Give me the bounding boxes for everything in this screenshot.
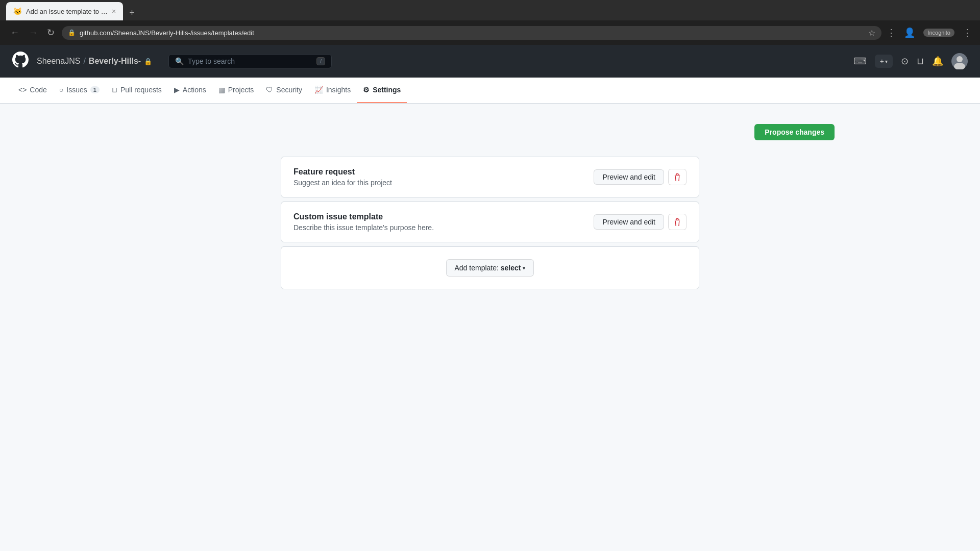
nav-actions[interactable]: ▶ Actions: [168, 78, 212, 103]
extensions-icon[interactable]: ⋮: [887, 27, 896, 38]
nav-pull-requests[interactable]: ⊔ Pull requests: [106, 78, 168, 103]
plus-icon: +: [880, 57, 884, 65]
lock-icon: 🔒: [68, 29, 76, 36]
breadcrumb: SheenaJNS / Beverly-Hills- 🔒: [37, 57, 152, 66]
issues-icon: ○: [59, 86, 63, 94]
address-text: github.com/SheenaJNS/Beverly-Hills-/issu…: [80, 29, 864, 37]
page-content: Propose changes Feature request Suggest …: [0, 104, 980, 461]
browser-chrome: 🐱 Add an issue template to Shee... × + ←…: [0, 0, 980, 45]
feature-request-info: Feature request Suggest an idea for this…: [293, 167, 594, 187]
issues-icon-button[interactable]: ⊙: [901, 56, 909, 67]
nav-issues[interactable]: ○ Issues 1: [53, 78, 106, 103]
profile-icon[interactable]: 👤: [904, 27, 915, 38]
repo-nav: <> Code ○ Issues 1 ⊔ Pull requests ▶ Act…: [0, 78, 980, 104]
search-shortcut-badge: /: [316, 57, 325, 65]
custom-template-title: Custom issue template: [293, 212, 594, 221]
custom-template-delete-button[interactable]: [668, 214, 687, 230]
trash-icon-2: [674, 218, 681, 226]
actions-icon: ▶: [174, 86, 180, 94]
trash-icon: [674, 173, 681, 181]
svg-point-1: [954, 63, 965, 69]
breadcrumb-separator: /: [83, 57, 85, 66]
github-logo[interactable]: [12, 52, 29, 71]
new-tab-button[interactable]: +: [125, 6, 139, 20]
address-field[interactable]: 🔒 github.com/SheenaJNS/Beverly-Hills-/is…: [62, 26, 881, 40]
feature-request-title: Feature request: [293, 167, 594, 177]
create-plus-button[interactable]: + ▾: [875, 55, 893, 68]
nav-settings[interactable]: ⚙ Settings: [357, 78, 407, 103]
search-placeholder: Type to search: [188, 57, 312, 65]
tab-favicon: 🐱: [13, 7, 22, 15]
notification-bell-button[interactable]: 🔔: [932, 56, 943, 67]
svg-point-0: [957, 56, 963, 62]
incognito-label: Incognito: [923, 29, 954, 37]
add-template-card: Add template: select ▾: [281, 246, 699, 289]
issues-label: Issues: [66, 86, 87, 94]
nav-code[interactable]: <> Code: [12, 78, 53, 103]
user-avatar[interactable]: [951, 53, 968, 69]
page-header: Propose changes: [145, 124, 835, 140]
settings-icon: ⚙: [363, 86, 370, 94]
pull-request-icon-button[interactable]: ⊔: [917, 56, 924, 67]
nav-security[interactable]: 🛡 Security: [260, 78, 308, 103]
custom-issue-template-card: Custom issue template Describe this issu…: [281, 202, 699, 242]
github-header: SheenaJNS / Beverly-Hills- 🔒 🔍 Type to s…: [0, 45, 980, 78]
back-button[interactable]: ←: [8, 26, 21, 40]
code-icon: <>: [18, 86, 27, 94]
custom-template-preview-edit-button[interactable]: Preview and edit: [594, 214, 664, 230]
search-box[interactable]: 🔍 Type to search /: [168, 54, 332, 68]
insights-label: Insights: [326, 86, 351, 94]
breadcrumb-user[interactable]: SheenaJNS: [37, 57, 80, 66]
feature-request-actions: Preview and edit: [594, 169, 687, 185]
feature-request-description: Suggest an idea for this project: [293, 179, 594, 187]
issues-badge: 1: [90, 86, 100, 93]
nav-projects[interactable]: ▦ Projects: [212, 78, 260, 103]
pull-requests-icon: ⊔: [112, 86, 117, 94]
repo-lock-icon: 🔒: [144, 58, 152, 65]
tab-title: Add an issue template to Shee...: [26, 8, 108, 15]
address-bar: ← → ↻ 🔒 github.com/SheenaJNS/Beverly-Hil…: [0, 20, 980, 45]
breadcrumb-repo[interactable]: Beverly-Hills-: [89, 57, 141, 66]
more-options-icon[interactable]: ⋮: [963, 27, 972, 38]
actions-label: Actions: [183, 86, 206, 94]
templates-wrapper: Feature request Suggest an idea for this…: [281, 157, 699, 289]
add-template-chevron: ▾: [523, 265, 525, 271]
feature-request-delete-button[interactable]: [668, 169, 687, 185]
settings-label: Settings: [373, 86, 401, 94]
bookmark-icon[interactable]: ☆: [868, 28, 875, 38]
feature-request-card: Feature request Suggest an idea for this…: [281, 157, 699, 197]
security-label: Security: [276, 86, 302, 94]
insights-icon: 📈: [314, 86, 323, 94]
custom-template-description: Describe this issue template's purpose h…: [293, 223, 594, 232]
custom-template-info: Custom issue template Describe this issu…: [293, 212, 594, 232]
projects-label: Projects: [228, 86, 254, 94]
refresh-button[interactable]: ↻: [45, 25, 57, 40]
pull-requests-label: Pull requests: [120, 86, 162, 94]
chevron-icon: ▾: [885, 59, 888, 64]
search-icon: 🔍: [175, 57, 184, 65]
propose-changes-button[interactable]: Propose changes: [754, 124, 835, 140]
add-template-button[interactable]: Add template: select ▾: [446, 259, 534, 277]
content-container: Propose changes Feature request Suggest …: [145, 124, 835, 289]
terminal-button[interactable]: ⌨: [853, 56, 867, 67]
add-template-label: Add template: select: [455, 264, 521, 272]
nav-insights[interactable]: 📈 Insights: [308, 78, 357, 103]
tab-close-btn[interactable]: ×: [112, 7, 116, 15]
custom-template-actions: Preview and edit: [594, 214, 687, 230]
code-label: Code: [30, 86, 46, 94]
security-icon: 🛡: [266, 86, 273, 94]
active-tab[interactable]: 🐱 Add an issue template to Shee... ×: [6, 2, 123, 20]
projects-icon: ▦: [218, 86, 225, 94]
forward-button[interactable]: →: [27, 26, 40, 40]
feature-request-preview-edit-button[interactable]: Preview and edit: [594, 169, 664, 185]
